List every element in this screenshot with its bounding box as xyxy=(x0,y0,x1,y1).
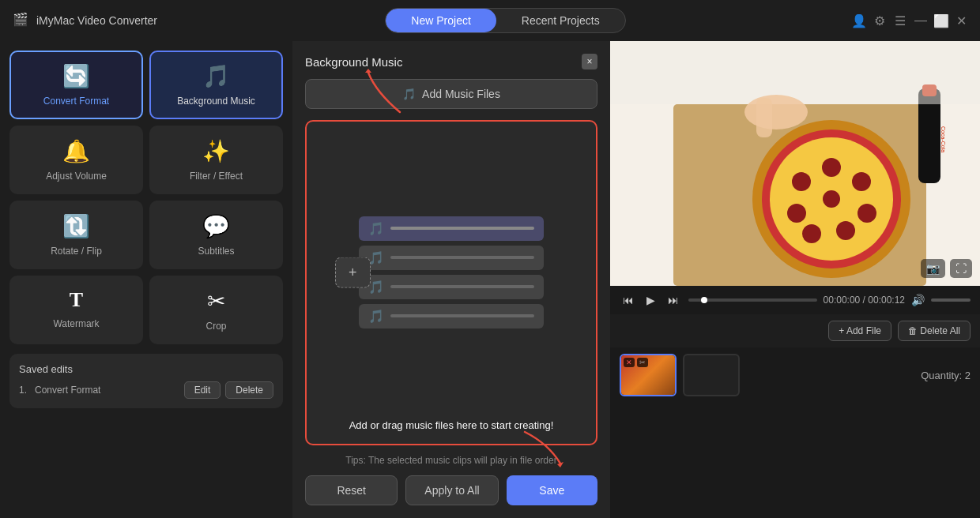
svg-point-7 xyxy=(822,158,841,177)
delete-saved-button[interactable]: Delete xyxy=(225,381,273,399)
tool-watermark[interactable]: T Watermark xyxy=(9,276,143,344)
svg-point-13 xyxy=(792,172,811,191)
music-row-3[interactable]: 🎵 xyxy=(359,275,544,299)
thumbnail-1[interactable]: ✕ ✂ xyxy=(620,354,677,396)
thumbnail-dark-image xyxy=(684,355,738,395)
background-music-icon: 🎵 xyxy=(202,63,230,89)
subtitles-icon: 💬 xyxy=(202,213,230,239)
music-bar-2 xyxy=(390,256,534,259)
tool-grid: 🔄 Convert Format 🎵 Background Music 🔔 Ad… xyxy=(9,51,283,344)
music-row-2[interactable]: 🎵 xyxy=(359,246,544,270)
rotate-flip-icon: 🔃 xyxy=(62,213,90,239)
thumb-scissors-icon[interactable]: ✂ xyxy=(637,358,648,367)
pizza-preview-svg: Coca-Cola xyxy=(610,41,980,286)
save-button[interactable]: Save xyxy=(507,475,597,505)
recent-projects-tab[interactable]: Recent Projects xyxy=(496,9,625,32)
delete-all-button[interactable]: 🗑 Delete All xyxy=(898,321,971,341)
tool-convert-format[interactable]: 🔄 Convert Format xyxy=(9,51,143,119)
music-row-1[interactable]: 🎵 xyxy=(359,216,544,241)
background-music-label: Background Music xyxy=(177,96,255,107)
svg-rect-19 xyxy=(756,98,772,137)
volume-icon: 🔊 xyxy=(911,294,925,306)
saved-edits-panel: Saved edits 1. Convert Format Edit Delet… xyxy=(9,354,283,408)
progress-bar[interactable] xyxy=(688,298,817,302)
app-title: iMyMac Video Converter xyxy=(36,14,157,27)
watermark-icon: T xyxy=(70,288,83,312)
convert-format-icon: 🔄 xyxy=(62,63,90,89)
music-bar-4 xyxy=(390,314,534,317)
minimize-button[interactable]: — xyxy=(915,15,926,26)
skip-forward-button[interactable]: ⏭ xyxy=(665,292,682,308)
bg-music-panel: Background Music × 🎵 Add Music Files + xyxy=(292,41,610,518)
volume-bar[interactable] xyxy=(931,298,971,302)
saved-edit-actions: Edit Delete xyxy=(184,381,273,399)
svg-text:Coca-Cola: Coca-Cola xyxy=(940,126,946,152)
tips-text: Tips: The selected music clips will play… xyxy=(305,455,597,466)
close-button[interactable]: ✕ xyxy=(956,15,967,26)
music-row-4[interactable]: 🎵 xyxy=(359,304,544,328)
svg-point-18 xyxy=(744,95,808,130)
music-list-preview: 🎵 🎵 🎵 🎵 xyxy=(359,216,544,328)
panel-close-button[interactable]: × xyxy=(582,54,597,69)
rotate-flip-label: Rotate / Flip xyxy=(51,246,102,257)
sidebar: 🔄 Convert Format 🎵 Background Music 🔔 Ad… xyxy=(0,41,292,518)
tool-subtitles[interactable]: 💬 Subtitles xyxy=(149,201,283,269)
saved-edit-name: 1. Convert Format xyxy=(19,385,100,396)
svg-point-14 xyxy=(823,190,840,208)
adjust-volume-icon: 🔔 xyxy=(62,138,90,164)
quantity-badge: Quantity: 2 xyxy=(921,370,971,381)
svg-point-12 xyxy=(787,204,806,223)
right-panel: Coca-Cola 📷 ⛶ ⏮ ▶ ⏭ 00:00:00 / 00:00:12 … xyxy=(610,41,980,518)
thumbnail-badges: ✕ ✂ xyxy=(624,358,648,367)
apply-to-all-button[interactable]: Apply to All xyxy=(405,475,498,505)
middle-inner: Background Music × 🎵 Add Music Files + xyxy=(292,41,610,518)
saved-edits-title: Saved edits xyxy=(19,363,273,375)
project-tab-group: New Project Recent Projects xyxy=(385,8,625,33)
reset-button[interactable]: Reset xyxy=(305,475,398,505)
svg-point-10 xyxy=(836,221,855,240)
music-drop-zone[interactable]: + 🎵 🎵 🎵 xyxy=(305,120,597,445)
thumb-close-icon[interactable]: ✕ xyxy=(624,358,635,367)
new-project-tab[interactable]: New Project xyxy=(386,9,496,32)
svg-rect-17 xyxy=(610,41,980,104)
progress-indicator xyxy=(701,297,707,303)
main-content: 🔄 Convert Format 🎵 Background Music 🔔 Ad… xyxy=(0,41,980,518)
drop-message: Add or drag music files here to start cr… xyxy=(349,419,554,431)
thumbnail-2[interactable] xyxy=(683,354,740,396)
tool-background-music[interactable]: 🎵 Background Music xyxy=(149,51,283,119)
music-bar-3 xyxy=(390,285,534,288)
tool-filter-effect[interactable]: ✨ Filter / Effect xyxy=(149,126,283,194)
file-action-bar: + Add File 🗑 Delete All xyxy=(610,314,980,347)
watermark-label: Watermark xyxy=(53,318,99,329)
panel-title: Background Music xyxy=(305,55,402,69)
menu-icon[interactable]: ☰ xyxy=(895,15,906,26)
add-music-icon: 🎵 xyxy=(402,88,416,100)
app-logo-icon: 🎬 xyxy=(13,12,30,29)
thumbnail-strip: ✕ ✂ Quantity: 2 xyxy=(610,347,980,403)
add-music-files-button[interactable]: 🎵 Add Music Files xyxy=(305,79,597,109)
time-display: 00:00:00 / 00:00:12 xyxy=(824,295,905,306)
skip-back-button[interactable]: ⏮ xyxy=(620,292,637,308)
titlebar-tabs: New Project Recent Projects xyxy=(385,8,625,33)
snapshot-icon[interactable]: 📷 xyxy=(921,259,945,278)
maximize-button[interactable]: ⬜ xyxy=(936,15,947,26)
music-note-icon-2: 🎵 xyxy=(368,250,384,265)
preview-overlay-icons: 📷 ⛶ xyxy=(921,259,972,278)
user-icon[interactable]: 👤 xyxy=(854,15,865,26)
settings-icon[interactable]: ⚙ xyxy=(874,15,885,26)
video-preview-area: Coca-Cola 📷 ⛶ xyxy=(610,41,980,286)
play-button[interactable]: ▶ xyxy=(643,292,658,308)
tool-crop[interactable]: ✂ Crop xyxy=(149,276,283,344)
plus-add-button[interactable]: + xyxy=(335,257,371,287)
svg-point-11 xyxy=(802,224,821,243)
drop-inner: + 🎵 🎵 🎵 xyxy=(319,134,583,410)
add-file-button[interactable]: + Add File xyxy=(828,321,891,341)
tool-rotate-flip[interactable]: 🔃 Rotate / Flip xyxy=(9,201,143,269)
edit-saved-button[interactable]: Edit xyxy=(184,381,221,399)
titlebar: 🎬 iMyMac Video Converter New Project Rec… xyxy=(0,0,980,41)
svg-point-8 xyxy=(852,172,871,191)
titlebar-left: 🎬 iMyMac Video Converter xyxy=(13,12,157,29)
tool-adjust-volume[interactable]: 🔔 Adjust Volume xyxy=(9,126,143,194)
fullscreen-icon[interactable]: ⛶ xyxy=(950,259,972,278)
video-controls: ⏮ ▶ ⏭ 00:00:00 / 00:00:12 🔊 xyxy=(610,286,980,314)
